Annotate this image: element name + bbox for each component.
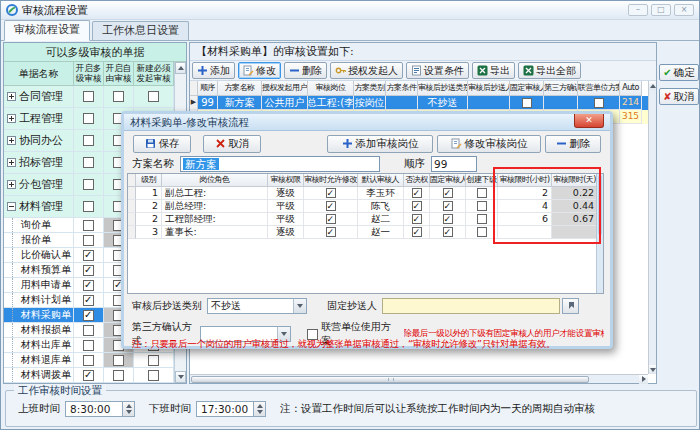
multi-review-checkbox[interactable] — [83, 295, 94, 306]
ok-button[interactable]: ✔ 确定 — [659, 64, 699, 81]
free-review-checkbox[interactable] — [113, 370, 124, 381]
save-button[interactable]: 保存 — [133, 135, 191, 153]
multi-review-checkbox[interactable] — [83, 250, 94, 261]
sidebar-row[interactable]: 材料退库单 — [4, 353, 186, 368]
allow-modify-checkbox[interactable] — [326, 201, 336, 211]
tab-rest-days[interactable]: 工作休息日设置 — [92, 21, 189, 40]
cc-person-picker-button[interactable] — [562, 298, 579, 314]
multi-review-checkbox[interactable] — [83, 91, 94, 102]
grid-column-header[interactable]: 审核权限 — [268, 174, 304, 187]
must-review-checkbox[interactable] — [148, 370, 159, 381]
free-review-checkbox[interactable] — [113, 355, 124, 366]
multi-review-checkbox[interactable] — [83, 201, 94, 212]
start-time-input[interactable]: 8:30:00 — [65, 401, 123, 417]
multi-review-checkbox[interactable] — [83, 220, 94, 231]
table-column-header[interactable]: 方案类别 — [354, 81, 386, 96]
table-column-header[interactable]: 授权发起用户 — [262, 81, 308, 96]
delete-button[interactable]: 删除 — [284, 62, 327, 79]
tab-review-process[interactable]: 审核流程设置 — [4, 20, 90, 41]
jv-plan-checkbox[interactable] — [594, 98, 604, 108]
sidebar-row[interactable]: 材料调拨单 — [4, 368, 186, 383]
fixed-reviewer-checkbox[interactable] — [443, 227, 453, 237]
maximize-icon[interactable]: □ — [651, 4, 671, 16]
grid-column-header[interactable]: 固定审核人 — [430, 174, 466, 187]
plan-name-input[interactable]: 新方案 — [180, 156, 380, 172]
allow-modify-checkbox[interactable] — [326, 188, 336, 198]
scrollbar-thumb[interactable] — [191, 376, 589, 383]
grid-column-header[interactable]: 岗位角色 — [162, 174, 268, 187]
fixed-reviewer-checkbox[interactable] — [443, 214, 453, 224]
export-button[interactable]: 导出 — [472, 62, 515, 79]
expand-icon[interactable] — [7, 180, 16, 189]
expand-icon[interactable] — [7, 158, 16, 167]
allow-modify-checkbox[interactable] — [326, 227, 336, 237]
multi-review-checkbox[interactable] — [83, 370, 94, 381]
table-column-header[interactable]: 审核岗位 — [308, 81, 354, 96]
minimize-icon[interactable]: – — [628, 4, 648, 16]
grid-column-header[interactable]: 审核时允许修改 — [304, 174, 358, 187]
veto-checkbox[interactable] — [412, 214, 422, 224]
scroll-up-icon[interactable] — [175, 62, 186, 74]
create-sub-checkbox[interactable] — [477, 227, 487, 237]
end-time-spinner[interactable] — [254, 401, 266, 417]
veto-checkbox[interactable] — [412, 188, 422, 198]
end-time-input[interactable]: 17:30:00 — [196, 401, 254, 417]
expand-icon[interactable] — [7, 114, 16, 123]
review-position-row[interactable]: 1副总工程:逐级李玉环20.22 — [128, 187, 603, 200]
scroll-down-icon[interactable] — [649, 365, 656, 374]
review-position-row[interactable]: 2副总经理:平级陈飞40.44 — [128, 200, 603, 213]
grid-scrollbar[interactable] — [596, 174, 603, 293]
expand-icon[interactable] — [7, 92, 16, 101]
create-sub-checkbox[interactable] — [477, 214, 487, 224]
cancel-button[interactable]: ✘ 取消 — [659, 88, 699, 105]
dropdown-arrow-icon[interactable] — [293, 299, 306, 313]
expand-icon[interactable] — [7, 136, 16, 145]
review-position-row[interactable]: 2工程部经理:平级赵二60.67 — [128, 213, 603, 226]
table-column-header[interactable]: 审核后抄送类别 — [418, 81, 468, 96]
review-position-row[interactable]: 3董事长:逐级赵一 — [128, 226, 603, 239]
multi-review-checkbox[interactable] — [83, 265, 94, 276]
free-review-checkbox[interactable] — [113, 91, 124, 102]
multi-review-checkbox[interactable] — [83, 340, 94, 351]
delete-review-position-button[interactable]: 删除 — [545, 135, 601, 153]
sidebar-row[interactable]: 合同管理 — [4, 86, 186, 108]
modify-button[interactable]: 修改 — [238, 62, 281, 79]
order-input[interactable]: 99 — [431, 156, 477, 172]
multi-review-checkbox[interactable] — [83, 135, 94, 146]
multi-review-checkbox[interactable] — [83, 157, 94, 168]
scrollbar-thumb[interactable] — [598, 175, 602, 235]
table-column-header[interactable]: 第三方确认 — [544, 81, 578, 96]
scroll-right-icon[interactable] — [639, 375, 648, 384]
table-column-header[interactable]: 方案条件 — [386, 81, 418, 96]
multi-review-checkbox[interactable] — [83, 310, 94, 321]
close-icon[interactable]: × — [674, 4, 694, 16]
set-condition-button[interactable]: 设置条件 — [406, 62, 469, 79]
export-all-button[interactable]: 导出全部 — [518, 62, 581, 79]
grid-column-header[interactable]: 默认审核人 — [358, 174, 404, 187]
table-column-header[interactable]: 联营单位方案 — [578, 81, 620, 96]
table-column-header[interactable]: Auto — [620, 81, 642, 96]
table-column-header[interactable]: 固定审核人 — [510, 81, 544, 96]
table-column-header[interactable]: 方案名称 — [218, 81, 262, 96]
fixed-reviewer-checkbox[interactable] — [443, 201, 453, 211]
grid-column-header[interactable]: 审核限时(天) — [552, 174, 598, 187]
table-vertical-scrollbar[interactable] — [648, 81, 656, 374]
allow-modify-checkbox[interactable] — [326, 214, 336, 224]
scroll-down-icon[interactable] — [175, 371, 186, 383]
cc-person-input[interactable] — [382, 298, 560, 314]
fixed-reviewer-checkbox[interactable] — [522, 98, 532, 108]
plan-row[interactable]: ▶99新方案公共用户副总工程:(李玉按岗位不抄送214 — [190, 96, 648, 110]
multi-review-checkbox[interactable] — [83, 355, 94, 366]
grid-column-header[interactable]: 级别 — [136, 174, 162, 187]
table-horizontal-scrollbar[interactable] — [190, 374, 648, 383]
multi-review-checkbox[interactable] — [83, 325, 94, 336]
start-time-spinner[interactable] — [123, 401, 135, 417]
grid-column-header[interactable]: 创建下级 — [466, 174, 498, 187]
multi-review-checkbox[interactable] — [83, 179, 94, 190]
multi-review-checkbox[interactable] — [83, 113, 94, 124]
table-column-header[interactable]: 审核后抄送人 — [468, 81, 510, 96]
authorize-initiator-button[interactable]: 授权发起人 — [330, 62, 403, 79]
cc-type-select[interactable]: 不抄送 — [207, 298, 307, 314]
must-review-checkbox[interactable] — [148, 91, 159, 102]
veto-checkbox[interactable] — [412, 201, 422, 211]
